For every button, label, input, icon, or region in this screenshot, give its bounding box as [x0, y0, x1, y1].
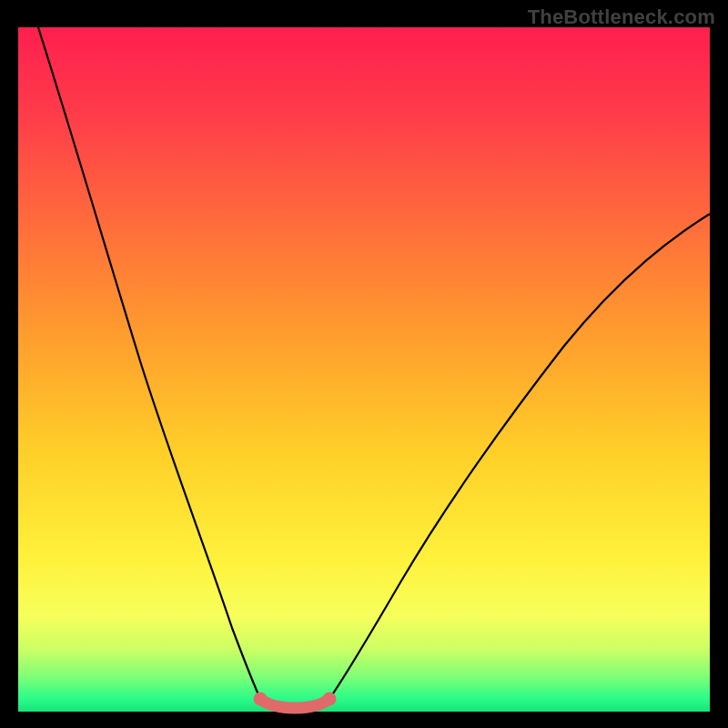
curve-left-branch — [38, 27, 260, 699]
watermark-text: TheBottleneck.com — [528, 5, 715, 29]
flat-left-dot — [254, 693, 268, 706]
flat-bottom-segment — [260, 699, 329, 708]
curve-svg — [18, 27, 710, 712]
curve-right-branch — [329, 214, 710, 699]
chart-frame: TheBottleneck.com — [0, 0, 728, 728]
plot-area — [18, 27, 710, 712]
flat-right-dot — [323, 693, 337, 706]
